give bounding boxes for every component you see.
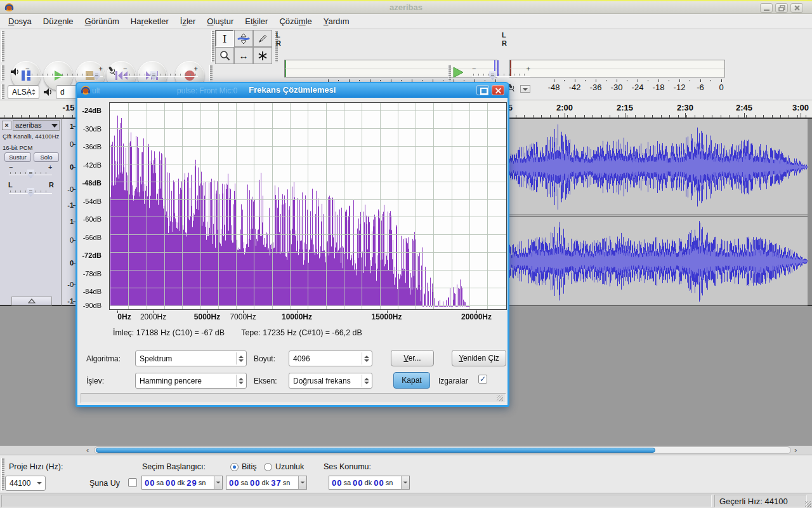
audio-host-combo[interactable]: ALSA: [8, 85, 39, 99]
selection-start-field[interactable]: 00sa00dk29sn: [141, 476, 223, 490]
horizontal-scrollbar[interactable]: [94, 446, 791, 454]
track-bitdepth-info: 16-bit PCM: [3, 144, 33, 151]
track-title-menu[interactable]: azeribas: [13, 120, 60, 131]
time-field-dropdown[interactable]: [401, 476, 409, 489]
toolbar-gripper[interactable]: [1, 84, 4, 99]
input-volume-slider[interactable]: −+: [123, 65, 198, 81]
record-meter-dropdown[interactable]: [520, 85, 530, 93]
toolbar-gripper[interactable]: [211, 30, 214, 62]
menu-olutur[interactable]: Oluştur: [201, 14, 239, 29]
menu-yardm[interactable]: Yardım: [318, 14, 355, 29]
timeshift-tool[interactable]: ↔: [234, 47, 253, 64]
output-volume-slider-thumb[interactable]: [93, 71, 100, 80]
time-digits[interactable]: 00: [229, 478, 239, 488]
x-axis-label: 7000Hz: [230, 312, 256, 321]
record-meter-scale: 0: [719, 83, 723, 92]
tools-toolbar: I↔: [215, 30, 273, 65]
track-collapse-button[interactable]: [11, 297, 52, 305]
spectrum-plot[interactable]: [110, 103, 506, 309]
snap-to-checkbox[interactable]: [128, 478, 137, 487]
y-axis-label: -90dB: [83, 302, 102, 309]
project-rate-combo[interactable]: 44100: [5, 476, 46, 491]
menu-grnm[interactable]: Görünüm: [79, 14, 125, 29]
menu-dzenle[interactable]: Düzenle: [37, 14, 79, 29]
dialog-resize-grip[interactable]: [497, 395, 503, 401]
toolbar-gripper[interactable]: [209, 65, 213, 81]
pan-slider-thumb[interactable]: [27, 188, 34, 197]
multi-tool[interactable]: [253, 47, 272, 64]
output-volume-slider[interactable]: −+: [25, 65, 103, 81]
playback-speed-slider-thumb[interactable]: [489, 71, 496, 80]
axis-combo[interactable]: Doğrusal frekans: [289, 373, 372, 389]
algorithm-label: Algoritma:: [86, 354, 121, 363]
dialog-titlebar[interactable]: ult pulse: Front Mic:0 Frekans Çözümleme…: [77, 83, 508, 98]
time-digits[interactable]: 00: [353, 478, 363, 488]
vertical-scrollbar[interactable]: [808, 118, 812, 306]
menu-bar: DosyaDüzenleGörünümHareketlerİzlerOluştu…: [0, 14, 812, 29]
toolbar-gripper[interactable]: [448, 65, 451, 81]
y-axis-label: -84dB: [83, 288, 102, 295]
selection-tool[interactable]: I: [215, 30, 234, 47]
menu-etkiler[interactable]: Etkiler: [239, 14, 273, 29]
end-radio[interactable]: [230, 463, 239, 471]
track-vertical-ruler[interactable]: 100-0-1100-0-1: [62, 118, 76, 306]
window-maximize-button[interactable]: [775, 3, 788, 13]
menu-dosya[interactable]: Dosya: [3, 14, 37, 29]
time-digits[interactable]: 00: [250, 478, 260, 488]
time-field-dropdown[interactable]: [298, 476, 306, 489]
speaker-icon: [10, 67, 20, 76]
record-meter[interactable]: [509, 60, 725, 77]
window-close-button[interactable]: [790, 3, 803, 13]
zoom-tool[interactable]: [215, 47, 234, 64]
cursor-peak-readout: İmleç: 17188 Hz (C10) = -67 dBTepe: 1723…: [113, 328, 379, 337]
record-meter-scale: -30: [611, 83, 623, 92]
playback-speed-slider[interactable]: −+: [472, 65, 530, 81]
dialog-statusbar: [81, 393, 506, 403]
scrollbar-thumb[interactable]: [96, 448, 655, 453]
export-button[interactable]: Ver...: [391, 350, 434, 366]
length-radio[interactable]: [264, 463, 272, 471]
toolbar-gripper[interactable]: [1, 30, 4, 62]
mute-button[interactable]: Sustur: [4, 152, 31, 162]
close-button[interactable]: Kapat: [393, 372, 430, 389]
selection-end-field[interactable]: 00sa00dk37sn: [226, 476, 307, 490]
draw-tool[interactable]: [253, 30, 272, 47]
function-combo[interactable]: Hamming pencere: [135, 373, 247, 389]
time-digits[interactable]: 00: [145, 478, 155, 488]
time-digits[interactable]: 00: [166, 478, 176, 488]
size-combo[interactable]: 4096: [289, 351, 372, 366]
playback-meter-left-label: L: [276, 31, 280, 39]
window-resize-grip[interactable]: [805, 501, 811, 507]
input-volume-slider-thumb[interactable]: [150, 71, 157, 80]
speaker-icon: [43, 88, 53, 97]
menu-hareketler[interactable]: Hareketler: [125, 14, 174, 29]
track-close-button[interactable]: ×: [2, 121, 11, 130]
audio-position-field[interactable]: 00sa00dk00sn: [329, 476, 410, 490]
time-digits[interactable]: 29: [187, 478, 197, 488]
solo-button[interactable]: Solo: [34, 152, 59, 162]
play-at-speed-button[interactable]: [452, 66, 467, 80]
toolbar-gripper[interactable]: [1, 458, 4, 491]
time-digits[interactable]: 00: [332, 478, 342, 488]
replot-button[interactable]: Yeniden Çiz: [452, 350, 506, 366]
dialog-maximize-button[interactable]: [476, 85, 489, 95]
window-titlebar[interactable]: azeribas: [0, 0, 812, 14]
algorithm-combo[interactable]: Spektrum: [135, 351, 247, 366]
y-axis-label: -66dB: [83, 234, 102, 241]
envelope-tool[interactable]: [234, 30, 253, 47]
grids-checkbox[interactable]: ✓: [478, 375, 487, 384]
toolbar-gripper[interactable]: [1, 65, 4, 81]
time-digits[interactable]: 00: [374, 478, 384, 488]
menu-zmle[interactable]: Çözümle: [273, 14, 317, 29]
dialog-close-button[interactable]: [492, 85, 504, 95]
record-meter-scale: -42: [569, 83, 581, 92]
window-minimize-button[interactable]: [760, 3, 773, 13]
time-unit: sa: [240, 479, 248, 486]
scroll-right-icon[interactable]: ›: [794, 445, 797, 455]
menu-izler[interactable]: İzler: [174, 14, 202, 29]
gain-slider-thumb[interactable]: [27, 170, 34, 178]
scroll-left-icon[interactable]: ‹: [86, 445, 89, 455]
axis-label: Eksen:: [254, 377, 277, 385]
time-field-dropdown[interactable]: [214, 476, 222, 489]
time-digits[interactable]: 37: [271, 478, 281, 488]
